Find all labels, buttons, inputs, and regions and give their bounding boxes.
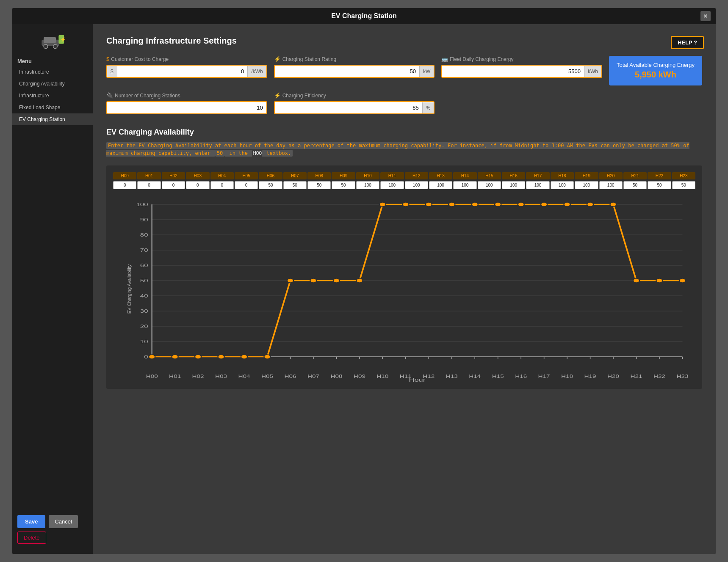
fleet-daily-input-wrapper: kWh xyxy=(441,65,602,78)
hour-input-H06[interactable] xyxy=(259,181,282,189)
sidebar-item-infrastructure-1[interactable]: Infrastructure xyxy=(12,66,93,78)
hour-input-H17[interactable] xyxy=(526,181,549,189)
hour-input-H10[interactable] xyxy=(356,181,379,189)
fleet-daily-input[interactable] xyxy=(442,66,584,77)
svg-text:80: 80 xyxy=(140,232,148,237)
svg-text:40: 40 xyxy=(140,293,148,298)
settings-grid-row2: 🔌 Number of Charging Stations ⚡ Charging… xyxy=(106,92,702,114)
gauge-icon: ⚡ xyxy=(274,56,281,62)
hour-input-H16[interactable] xyxy=(502,181,525,189)
delete-button[interactable]: Delete xyxy=(17,532,46,544)
svg-point-89 xyxy=(402,202,409,207)
customer-cost-field: $ Customer Cost to Charge $ /kWh xyxy=(106,56,267,78)
hour-input-row xyxy=(113,181,695,189)
svg-text:H04: H04 xyxy=(238,374,250,379)
svg-text:100: 100 xyxy=(136,202,148,207)
hour-header-H20: H20 xyxy=(599,172,623,179)
station-rating-input-wrapper: kW xyxy=(274,65,435,78)
svg-text:30: 30 xyxy=(140,309,148,314)
svg-text:10: 10 xyxy=(140,339,148,344)
hour-header-H17: H17 xyxy=(526,172,549,179)
hour-header-H06: H06 xyxy=(259,172,282,179)
app-logo-icon: ⚡ xyxy=(39,31,66,51)
modal-close-button[interactable]: ✕ xyxy=(700,11,711,21)
hour-input-H02[interactable] xyxy=(162,181,185,189)
svg-point-87 xyxy=(356,278,363,283)
hour-header-H14: H14 xyxy=(453,172,476,179)
num-stations-field: 🔌 Number of Charging Stations xyxy=(106,92,267,114)
num-stations-input[interactable] xyxy=(107,102,266,113)
sidebar-item-ev-charging-station[interactable]: EV Charging Station xyxy=(12,113,93,125)
station-rating-input[interactable] xyxy=(275,66,419,77)
station-rating-field: ⚡ Charging Station Rating kW xyxy=(274,56,435,78)
hour-input-H03[interactable] xyxy=(186,181,209,189)
svg-point-92 xyxy=(472,202,478,207)
help-button[interactable]: HELP ? xyxy=(671,36,704,49)
hour-input-H08[interactable] xyxy=(307,181,331,189)
sidebar: ⚡ Menu Infrastructure Charging Availabil… xyxy=(12,24,93,554)
hour-input-H20[interactable] xyxy=(599,181,623,189)
hour-input-H14[interactable] xyxy=(453,181,476,189)
customer-cost-input[interactable] xyxy=(117,66,248,77)
num-stations-label: 🔌 Number of Charging Stations xyxy=(106,92,267,99)
hour-input-H15[interactable] xyxy=(478,181,501,189)
settings-section-title: Charging Infrastructure Settings xyxy=(106,36,702,46)
chart-area: EV Charging Availability 010203040506070… xyxy=(113,196,695,382)
hour-input-H01[interactable] xyxy=(137,181,161,189)
hour-input-H05[interactable] xyxy=(235,181,258,189)
svg-text:⚡: ⚡ xyxy=(60,36,66,42)
hour-input-H21[interactable] xyxy=(623,181,647,189)
fleet-daily-label: 🚌 Fleet Daily Charging Energy xyxy=(441,56,602,62)
charging-efficiency-label: ⚡ Charging Efficiency xyxy=(274,92,435,99)
svg-text:H23: H23 xyxy=(676,374,688,379)
hour-input-H22[interactable] xyxy=(648,181,671,189)
svg-text:60: 60 xyxy=(140,263,148,268)
empty-cell-1 xyxy=(441,92,602,114)
hour-input-H12[interactable] xyxy=(405,181,428,189)
hour-input-H04[interactable] xyxy=(210,181,234,189)
sidebar-logo: ⚡ xyxy=(12,24,93,55)
save-button[interactable]: Save xyxy=(17,515,45,528)
hour-input-H18[interactable] xyxy=(551,181,574,189)
svg-point-91 xyxy=(448,202,455,207)
charging-efficiency-input-wrapper: % xyxy=(274,101,435,114)
svg-text:H01: H01 xyxy=(169,374,181,379)
charging-efficiency-field: ⚡ Charging Efficiency % xyxy=(274,92,435,114)
hour-header-H18: H18 xyxy=(551,172,574,179)
hour-input-H19[interactable] xyxy=(575,181,598,189)
hour-input-H11[interactable] xyxy=(380,181,404,189)
svg-point-101 xyxy=(679,278,686,283)
charging-efficiency-suffix: % xyxy=(422,102,434,113)
svg-text:20: 20 xyxy=(140,324,148,329)
svg-text:H10: H10 xyxy=(376,374,388,379)
main-content: HELP ? Charging Infrastructure Settings … xyxy=(93,24,716,554)
charging-efficiency-input[interactable] xyxy=(275,102,422,113)
svg-text:H09: H09 xyxy=(354,374,365,379)
svg-point-81 xyxy=(218,355,224,359)
svg-point-94 xyxy=(518,202,524,207)
fleet-daily-field: 🚌 Fleet Daily Charging Energy kWh xyxy=(441,56,602,78)
hour-input-H23[interactable] xyxy=(672,181,695,189)
hour-header-H10: H10 xyxy=(356,172,379,179)
ev-availability-description: Enter the EV Charging Availability at ea… xyxy=(106,142,702,157)
hour-input-H13[interactable] xyxy=(429,181,452,189)
hour-input-H07[interactable] xyxy=(283,181,307,189)
station-icon: 🔌 xyxy=(106,92,113,99)
svg-text:H17: H17 xyxy=(538,374,550,379)
hour-input-H00[interactable] xyxy=(113,181,136,189)
cancel-button[interactable]: Cancel xyxy=(49,515,78,528)
svg-point-78 xyxy=(149,355,155,359)
svg-text:H16: H16 xyxy=(515,374,527,379)
svg-point-90 xyxy=(426,202,432,207)
sidebar-item-fixed-load-shape[interactable]: Fixed Load Shape xyxy=(12,102,93,113)
svg-point-3 xyxy=(53,44,58,49)
svg-text:Hour: Hour xyxy=(409,377,426,382)
svg-text:H19: H19 xyxy=(584,374,596,379)
sidebar-item-infrastructure-2[interactable]: Infrastructure xyxy=(12,90,93,102)
svg-point-97 xyxy=(587,202,593,207)
sidebar-item-charging-availability[interactable]: Charging Availability xyxy=(12,78,93,90)
station-rating-label: ⚡ Charging Station Rating xyxy=(274,56,435,62)
svg-text:H14: H14 xyxy=(469,374,481,379)
hour-input-H09[interactable] xyxy=(332,181,355,189)
hour-header-H11: H11 xyxy=(380,172,404,179)
